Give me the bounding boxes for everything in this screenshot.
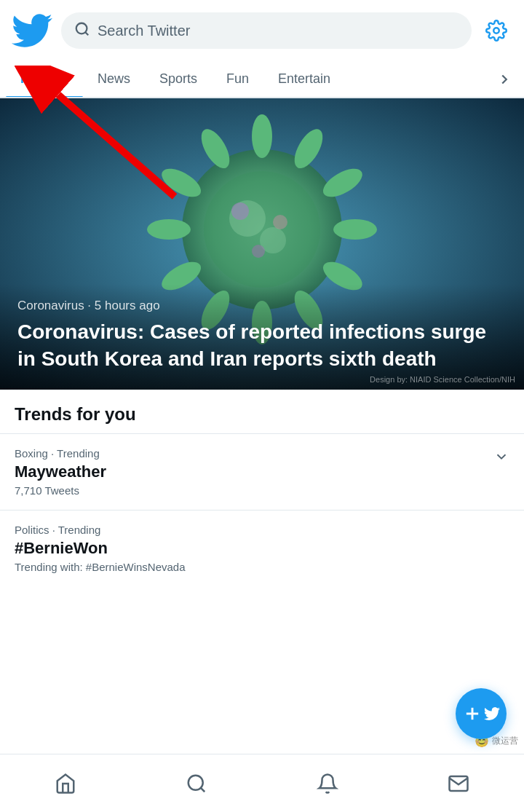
- hero-overlay: Coronavirus · 5 hours ago Coronavirus: C…: [0, 284, 524, 390]
- svg-point-7: [252, 114, 272, 158]
- trend-chevron-mayweather[interactable]: [493, 449, 509, 468]
- tab-fun[interactable]: Fun: [212, 61, 263, 97]
- search-placeholder: Search Twitter: [98, 23, 190, 39]
- nav-notifications[interactable]: [302, 767, 353, 800]
- trend-meta-boxing: Boxing · Trending: [15, 447, 509, 460]
- trend-item-berniewon[interactable]: Politics · Trending #BernieWon Trending …: [0, 510, 524, 586]
- trend-sub-berniewon: Trending with: #BernieWinsNevada: [15, 561, 509, 573]
- trend-name-mayweather: Mayweather: [15, 462, 509, 481]
- hero-news-card[interactable]: Coronavirus · 5 hours ago Coronavirus: C…: [0, 98, 524, 390]
- svg-point-23: [273, 215, 287, 229]
- trend-name-berniewon: #BernieWon: [15, 539, 509, 558]
- tab-news[interactable]: News: [83, 61, 145, 97]
- svg-point-22: [231, 202, 249, 220]
- trend-item-mayweather[interactable]: Boxing · Trending Mayweather 7,710 Tweet…: [0, 433, 524, 510]
- twitter-logo: [12, 10, 52, 51]
- header: Search Twitter: [0, 0, 524, 61]
- search-icon: [74, 21, 90, 40]
- tab-entertainment[interactable]: Entertain: [263, 61, 345, 97]
- svg-point-10: [333, 219, 377, 240]
- svg-point-16: [147, 219, 191, 240]
- trends-header: Trends for you: [0, 390, 524, 433]
- trend-count-mayweather: 7,710 Tweets: [15, 484, 509, 497]
- nav-messages[interactable]: [433, 767, 484, 800]
- settings-button[interactable]: [480, 15, 512, 47]
- svg-line-28: [201, 787, 205, 791]
- trends-heading: Trends for you: [15, 404, 509, 425]
- svg-point-27: [188, 775, 203, 789]
- hero-watermark: Design by: NIAID Science Collection/NIH: [370, 375, 515, 384]
- svg-line-1: [85, 32, 88, 35]
- compose-tweet-button[interactable]: [456, 688, 507, 739]
- tabs-more-chevron[interactable]: [491, 71, 518, 87]
- tab-sports[interactable]: Sports: [145, 61, 212, 97]
- bottom-navigation: [0, 754, 524, 812]
- svg-point-0: [76, 23, 87, 34]
- nav-search[interactable]: [171, 767, 222, 800]
- svg-point-24: [252, 245, 265, 258]
- search-bar[interactable]: Search Twitter: [61, 12, 472, 49]
- hero-title: Coronavirus: Cases of reported infection…: [17, 319, 507, 372]
- hero-category: Coronavirus · 5 hours ago: [17, 299, 507, 313]
- svg-point-2: [493, 28, 499, 33]
- category-tabs: For you News Sports Fun Entertain: [0, 61, 524, 98]
- nav-home[interactable]: [40, 767, 91, 800]
- tab-for-you[interactable]: For you: [6, 61, 83, 97]
- trend-meta-politics: Politics · Trending: [15, 524, 509, 536]
